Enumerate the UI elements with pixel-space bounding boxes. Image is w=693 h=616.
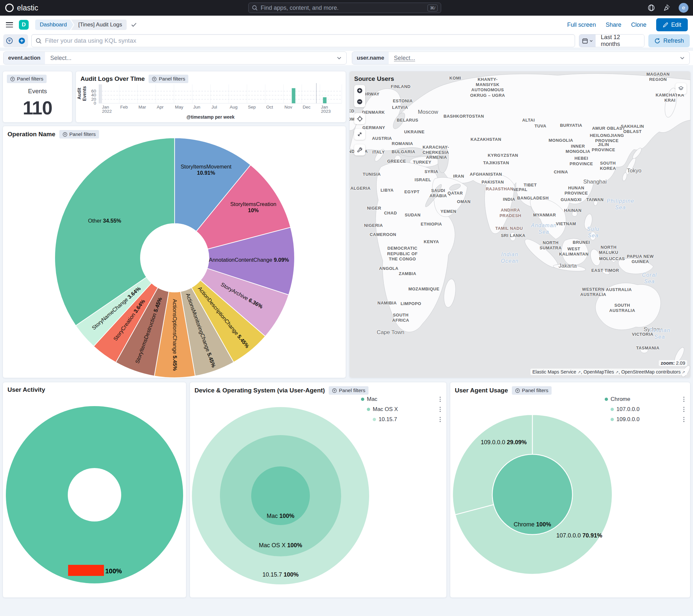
calendar-icon xyxy=(582,38,588,44)
legend-item-chrome[interactable]: Chrome xyxy=(605,396,686,403)
legend-menu-icon[interactable] xyxy=(681,406,686,412)
legend-menu-icon[interactable] xyxy=(438,417,442,422)
panel-events: Panel filters Events 110 xyxy=(3,71,72,122)
chevron-down-icon xyxy=(680,55,685,61)
control-user-name[interactable]: user.name Select... xyxy=(352,52,690,64)
map-layers-control xyxy=(675,83,687,94)
legend-item-macosx[interactable]: Mac OS X xyxy=(361,405,442,413)
segment-percent-label: 100% xyxy=(105,567,122,575)
external-link-icon: ↗ xyxy=(578,370,581,374)
zoom-out-button[interactable] xyxy=(354,96,365,107)
external-link-icon: ↗ xyxy=(682,370,685,374)
time-range-button[interactable]: Last 12 months xyxy=(596,35,644,47)
legend-item-109[interactable]: 109.0.0.0 xyxy=(605,416,686,423)
legend-color-dot xyxy=(367,408,370,411)
map-zoom-level: zoom: 2.09 xyxy=(659,360,687,366)
world-map[interactable] xyxy=(350,71,690,378)
control-event-action[interactable]: event.action Select... xyxy=(3,52,346,64)
wrench-icon[interactable] xyxy=(354,145,365,155)
ring-label: Mac OS X 100% xyxy=(259,542,302,548)
svg-text:60: 60 xyxy=(91,89,96,94)
elastic-logo[interactable]: elastic xyxy=(5,4,38,13)
edit-button[interactable]: Edit xyxy=(656,18,688,31)
legend-item-101517[interactable]: 10.15.7 xyxy=(361,416,442,423)
ring-label: 10.15.7 100% xyxy=(262,571,298,578)
panel-title: Source Users xyxy=(354,75,394,82)
control-label: user.name xyxy=(352,52,389,64)
filter-circle-icon xyxy=(6,37,13,44)
legend-color-dot xyxy=(373,418,376,421)
layers-icon[interactable] xyxy=(675,83,687,94)
panel-user-agent-usage: User Agent Usage Panel filters Chrome 10… xyxy=(450,382,690,598)
svg-text:Jan2022: Jan2022 xyxy=(102,104,112,114)
legend-color-dot xyxy=(361,398,364,401)
crosshair-icon[interactable] xyxy=(354,113,365,124)
legend-menu-icon[interactable] xyxy=(438,396,442,402)
breadcrumb: Dashboard [Tines] Audit Logs xyxy=(35,20,137,30)
attribution-link[interactable]: OpenMapTiles xyxy=(583,369,614,374)
chevron-down-icon xyxy=(337,55,342,61)
dashboard-controls-row: event.action Select... user.name Select.… xyxy=(0,51,693,65)
user-activity-donut-chart[interactable]: 100% xyxy=(3,382,187,598)
refresh-icon xyxy=(654,38,660,44)
legend-item-mac[interactable]: Mac xyxy=(361,396,442,403)
legend-menu-icon[interactable] xyxy=(681,417,686,422)
legend-color-dot xyxy=(605,398,608,401)
full-screen-button[interactable]: Full screen xyxy=(567,21,596,28)
deployment-icon[interactable] xyxy=(647,4,655,12)
legend-menu-icon[interactable] xyxy=(438,406,442,412)
legend-item-107[interactable]: 107.0.0.0 xyxy=(605,405,686,413)
filters-menu-button[interactable] xyxy=(3,34,16,47)
global-search-input[interactable]: Find apps, content, and more. ⌘/ xyxy=(248,3,441,13)
dashboard-app-badge[interactable]: D xyxy=(19,20,29,30)
bar-chart[interactable]: 0204060Jan2022FebMarAprMayJunJulAugSepOc… xyxy=(76,79,346,116)
operation-name-donut-chart[interactable]: StoryItemsMovement10.91%StoryItemsCreati… xyxy=(3,126,346,379)
legend-color-dot xyxy=(611,408,614,411)
query-bar-row: Filter your data using KQL syntax Last 1… xyxy=(0,34,693,47)
user-avatar[interactable]: e xyxy=(679,3,689,13)
menu-icon[interactable] xyxy=(6,22,13,27)
pencil-icon xyxy=(663,22,668,28)
elastic-logo-icon xyxy=(5,4,14,12)
kql-search-input[interactable]: Filter your data using KQL syntax xyxy=(31,34,575,47)
svg-text:Apr: Apr xyxy=(157,104,164,110)
global-search-placeholder: Find apps, content, and more. xyxy=(261,4,424,12)
map-expand-control xyxy=(354,129,365,140)
search-icon xyxy=(252,5,258,11)
x-axis-title: @timestamp per week xyxy=(178,114,243,120)
panel-filters-badge[interactable]: Panel filters xyxy=(7,75,46,83)
add-control-button[interactable] xyxy=(16,34,28,47)
top-bar: elastic Find apps, content, and more. ⌘/… xyxy=(0,0,693,16)
refresh-button[interactable]: Refresh xyxy=(648,34,690,47)
plus-circle-icon xyxy=(18,37,25,44)
breadcrumb-current-page[interactable]: [Tines] Audit Logs xyxy=(71,20,127,30)
panel-source-users-map[interactable]: Source Users xyxy=(349,71,691,378)
saved-check-icon[interactable] xyxy=(131,21,137,28)
search-icon xyxy=(36,38,42,44)
kql-placeholder: Filter your data using KQL syntax xyxy=(45,37,136,44)
zoom-in-button[interactable] xyxy=(354,85,365,96)
ring-label: Mac 100% xyxy=(266,513,294,519)
svg-text:Feb: Feb xyxy=(120,104,128,110)
redaction-box xyxy=(68,565,104,576)
legend-color-dot xyxy=(611,418,614,421)
attribution-link[interactable]: Elastic Maps Service xyxy=(532,369,576,374)
svg-text:Aug: Aug xyxy=(230,104,238,110)
clone-button[interactable]: Clone xyxy=(631,21,647,28)
metric-label: Events xyxy=(3,88,72,95)
calendar-menu-button[interactable] xyxy=(579,35,595,47)
nav-row: D Dashboard [Tines] Audit Logs Full scre… xyxy=(0,16,693,34)
attribution-link[interactable]: OpenStreetMap contributors xyxy=(621,369,680,374)
share-button[interactable]: Share xyxy=(606,21,621,28)
metric-value: 110 xyxy=(3,97,72,119)
svg-text:Jul: Jul xyxy=(212,104,217,110)
legend-menu-icon[interactable] xyxy=(681,396,686,402)
breadcrumb-dashboard[interactable]: Dashboard xyxy=(35,20,73,30)
expand-icon[interactable] xyxy=(354,129,365,140)
svg-text:Jun: Jun xyxy=(193,104,200,110)
external-link-icon: ↗ xyxy=(615,370,619,374)
time-picker: Last 12 months xyxy=(579,34,645,47)
panel-audit-logs-over-time: Audit Logs Over TIme Panel filters Audit… xyxy=(76,71,346,122)
whats-new-icon[interactable] xyxy=(663,4,671,12)
segment-label: 109.0.0.0 29.09% xyxy=(480,439,527,445)
